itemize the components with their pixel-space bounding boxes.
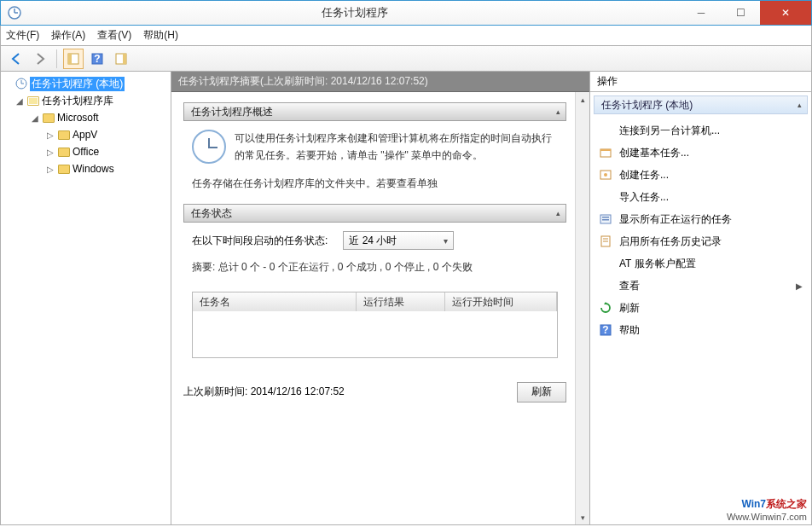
help-icon: ? bbox=[599, 323, 612, 337]
tree-pane: 任务计划程序 (本地) ◢ 任务计划程序库 ◢ Microsoft ▷ AppV… bbox=[1, 72, 171, 524]
tree-ms-label: Microsoft bbox=[57, 112, 99, 124]
folder-icon bbox=[57, 128, 71, 142]
folder-icon bbox=[57, 145, 71, 159]
collapse-icon: ▴ bbox=[556, 107, 560, 116]
action-help[interactable]: ? 帮助 bbox=[594, 319, 808, 341]
collapse-icon: ▴ bbox=[798, 101, 802, 109]
close-button[interactable]: ✕ bbox=[760, 1, 811, 25]
svg-rect-18 bbox=[602, 219, 609, 221]
menu-view[interactable]: 查看(V) bbox=[97, 28, 131, 43]
status-title: 任务状态 bbox=[191, 206, 232, 221]
action-show-running[interactable]: 显示所有正在运行的任务 bbox=[594, 208, 808, 230]
collapse-icon[interactable]: ◢ bbox=[14, 96, 25, 106]
overview-title: 任务计划程序概述 bbox=[191, 105, 273, 119]
window-titlebar: 任务计划程序 ─ ☐ ✕ bbox=[0, 0, 812, 26]
expand-icon[interactable]: ▷ bbox=[45, 130, 55, 140]
tree-office-label: Office bbox=[72, 146, 99, 158]
menu-help[interactable]: 帮助(H) bbox=[143, 28, 178, 43]
history-icon bbox=[599, 235, 612, 248]
tree-microsoft[interactable]: ◢ Microsoft bbox=[3, 109, 169, 126]
action-refresh[interactable]: 刷新 bbox=[594, 297, 808, 319]
import-icon bbox=[599, 190, 612, 204]
account-icon bbox=[599, 257, 612, 270]
watermark: Win7系统之家 Www.Winwin7.com bbox=[727, 495, 807, 522]
action-create[interactable]: 创建任务... bbox=[594, 164, 808, 186]
workspace: 任务计划程序 (本地) ◢ 任务计划程序库 ◢ Microsoft ▷ AppV… bbox=[0, 72, 812, 525]
action-create-basic[interactable]: 创建基本任务... bbox=[594, 142, 808, 164]
tree-library[interactable]: ◢ 任务计划程序库 bbox=[3, 92, 169, 109]
svg-text:?: ? bbox=[94, 53, 100, 65]
folder-icon bbox=[26, 94, 40, 107]
view-icon bbox=[599, 279, 612, 292]
svg-point-15 bbox=[604, 173, 607, 177]
status-section-body: 在以下时间段启动的任务状态: 近 24 小时 摘要: 总计 0 个 - 0 个正… bbox=[183, 223, 566, 369]
center-footer: 上次刷新时间: 2014/12/16 12:07:52 刷新 bbox=[183, 382, 566, 402]
minimize-button[interactable]: ─ bbox=[682, 1, 721, 25]
overview-section-header[interactable]: 任务计划程序概述 ▴ bbox=[183, 102, 566, 121]
action-import[interactable]: 导入任务... bbox=[594, 186, 808, 208]
running-tasks-icon bbox=[599, 212, 612, 226]
menu-action[interactable]: 操作(A) bbox=[51, 28, 85, 43]
toolbar: ? bbox=[0, 46, 812, 72]
overview-text-1: 可以使用任务计划程序来创建和管理计算机将在所指定的时间自动执行的常见任务。若要开… bbox=[235, 130, 558, 165]
collapse-icon: ▴ bbox=[556, 209, 560, 217]
refresh-button[interactable]: 刷新 bbox=[517, 382, 566, 402]
center-body: ▴ ▾ 任务计划程序概述 ▴ 可以使用任务计划程序来创建和管理计算机将在所指定的… bbox=[171, 92, 589, 524]
menu-file[interactable]: 文件(F) bbox=[6, 28, 39, 43]
vertical-scrollbar[interactable]: ▴ ▾ bbox=[575, 92, 589, 524]
status-section-header[interactable]: 任务状态 ▴ bbox=[183, 204, 566, 223]
tree-appv[interactable]: ▷ AppV bbox=[3, 126, 169, 143]
window-title: 任务计划程序 bbox=[28, 5, 682, 20]
action-at-account[interactable]: AT 服务帐户配置 bbox=[594, 252, 808, 275]
expand-icon[interactable]: ▷ bbox=[45, 165, 55, 174]
tree-windows[interactable]: ▷ Windows bbox=[3, 160, 169, 177]
action-connect[interactable]: 连接到另一台计算机... bbox=[594, 119, 808, 142]
folder-icon bbox=[42, 111, 55, 125]
status-period-label: 在以下时间段启动的任务状态: bbox=[192, 234, 328, 248]
center-pane: 任务计划程序摘要(上次刷新时间: 2014/12/16 12:07:52) ▴ … bbox=[171, 72, 589, 524]
folder-icon bbox=[57, 162, 71, 176]
show-actions-button[interactable] bbox=[111, 49, 131, 69]
task-basic-icon bbox=[599, 146, 612, 159]
action-view[interactable]: 查看 ▶ bbox=[594, 275, 808, 297]
maximize-button[interactable]: ☐ bbox=[721, 1, 760, 25]
tree-root[interactable]: 任务计划程序 (本地) bbox=[3, 75, 169, 92]
computer-icon bbox=[599, 124, 612, 137]
help-toolbar-button[interactable]: ? bbox=[87, 49, 107, 69]
submenu-arrow-icon: ▶ bbox=[796, 281, 803, 291]
collapse-icon[interactable]: ◢ bbox=[30, 113, 40, 123]
tree-windows-label: Windows bbox=[72, 163, 114, 175]
refresh-icon bbox=[599, 301, 612, 315]
expand-icon[interactable]: ▷ bbox=[45, 148, 55, 157]
col-start-time[interactable]: 运行开始时间 bbox=[445, 292, 557, 311]
actions-pane-title: 操作 bbox=[590, 72, 811, 92]
actions-pane: 操作 任务计划程序 (本地) ▴ 连接到另一台计算机... 创建基本任务... … bbox=[589, 72, 811, 524]
actions-group-header[interactable]: 任务计划程序 (本地) ▴ bbox=[594, 96, 808, 114]
tree-office[interactable]: ▷ Office bbox=[3, 143, 169, 160]
action-enable-history[interactable]: 启用所有任务历史记录 bbox=[594, 230, 808, 252]
scroll-down-icon[interactable]: ▾ bbox=[576, 510, 589, 524]
menu-bar: 文件(F) 操作(A) 查看(V) 帮助(H) bbox=[0, 26, 812, 46]
scroll-up-icon[interactable]: ▴ bbox=[576, 92, 589, 107]
svg-rect-8 bbox=[123, 54, 126, 64]
toolbar-separator bbox=[56, 49, 57, 68]
clock-icon bbox=[192, 130, 226, 164]
svg-text:?: ? bbox=[602, 324, 608, 336]
svg-rect-4 bbox=[68, 54, 72, 64]
status-summary-line: 摘要: 总计 0 个 - 0 个正在运行 , 0 个成功 , 0 个停止 , 0… bbox=[192, 258, 558, 275]
summary-header: 任务计划程序摘要(上次刷新时间: 2014/12/16 12:07:52) bbox=[171, 72, 589, 92]
overview-section-body: 可以使用任务计划程序来创建和管理计算机将在所指定的时间自动执行的常见任务。若要开… bbox=[183, 121, 566, 204]
tree-library-label: 任务计划程序库 bbox=[42, 94, 113, 108]
col-run-result[interactable]: 运行结果 bbox=[357, 292, 445, 311]
tree-appv-label: AppV bbox=[72, 129, 97, 141]
actions-list: 连接到另一台计算机... 创建基本任务... 创建任务... 导入任务... 显… bbox=[590, 118, 811, 343]
nav-back-button[interactable] bbox=[6, 49, 26, 69]
svg-rect-17 bbox=[602, 217, 609, 218]
status-period-combo[interactable]: 近 24 小时 bbox=[343, 231, 454, 250]
nav-forward-button[interactable] bbox=[30, 49, 50, 69]
overview-text-2: 任务存储在任务计划程序库的文件夹中。若要查看单独 bbox=[192, 175, 558, 192]
show-tree-button[interactable] bbox=[63, 49, 84, 69]
col-task-name[interactable]: 任务名 bbox=[193, 292, 357, 311]
task-icon bbox=[599, 168, 612, 182]
task-grid: 任务名 运行结果 运行开始时间 bbox=[192, 292, 558, 358]
